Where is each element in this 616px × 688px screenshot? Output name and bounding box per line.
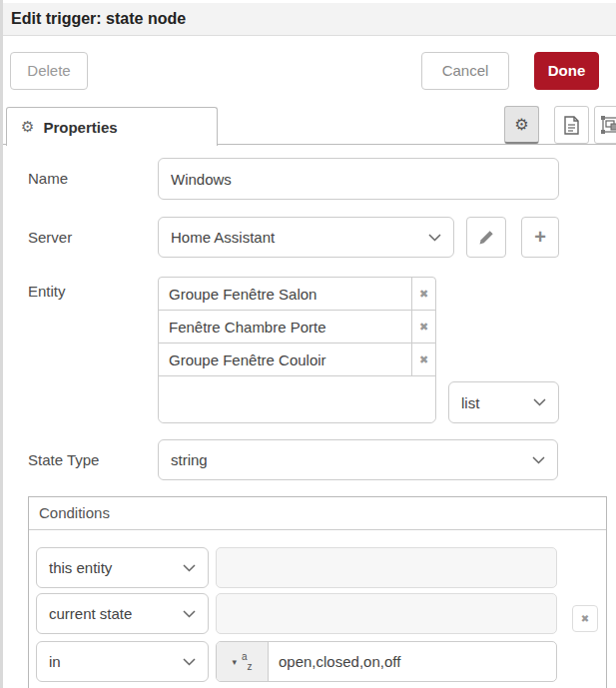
gear-icon: ⚙ — [514, 115, 528, 134]
pencil-icon — [479, 230, 494, 245]
entity-add-input[interactable] — [159, 376, 435, 422]
entity-list: Groupe Fenêtre Salon ✖ Fenêtre Chambre P… — [158, 277, 436, 423]
entity-row: Groupe Fenêtre Salon ✖ — [159, 278, 435, 311]
document-icon — [564, 116, 579, 135]
server-select[interactable]: Home Assistant — [158, 217, 454, 258]
tab-button-appearance[interactable] — [594, 106, 616, 144]
remove-icon: ✖ — [419, 353, 428, 366]
chevron-down-icon — [532, 456, 545, 464]
done-button[interactable]: Done — [534, 52, 599, 90]
condition-property-value: this entity — [49, 559, 112, 576]
conditions-title: Conditions — [29, 497, 606, 530]
plus-icon: + — [534, 226, 546, 249]
chevron-down-icon — [428, 234, 441, 242]
remove-entity-button[interactable]: ✖ — [411, 311, 435, 343]
entity-row: Fenêtre Chambre Porte ✖ — [159, 311, 435, 344]
conditions-panel: Conditions this entity current state ✖ i… — [28, 496, 607, 688]
gear-icon: ⚙ — [21, 118, 34, 136]
edit-server-button[interactable] — [466, 217, 506, 258]
condition-value-input-1 — [216, 547, 557, 588]
remove-entity-button[interactable]: ✖ — [411, 278, 435, 310]
entity-mode-select[interactable]: list — [448, 381, 559, 423]
condition-value-input-3[interactable]: open,closed,on,off — [269, 642, 556, 681]
remove-entity-button[interactable]: ✖ — [411, 344, 435, 375]
server-label: Server — [28, 229, 72, 246]
condition-property-select-2[interactable]: current state — [36, 593, 209, 634]
appearance-icon — [601, 116, 616, 134]
tab-button-properties[interactable]: ⚙ — [504, 106, 539, 144]
condition-typed-input: ▾ az open,closed,on,off — [216, 641, 557, 682]
entity-name: Groupe Fenêtre Salon — [159, 278, 411, 310]
dialog-title: Edit trigger: state node — [3, 3, 616, 36]
remove-icon: ✖ — [419, 288, 428, 301]
tray-left-edge — [0, 0, 3, 688]
condition-property-select-1[interactable]: this entity — [36, 547, 209, 588]
remove-icon: ✖ — [581, 613, 589, 624]
chevron-down-icon — [533, 398, 546, 406]
name-input[interactable] — [158, 158, 559, 200]
entity-mode-value: list — [461, 394, 479, 411]
chevron-down-icon — [183, 564, 196, 572]
delete-button[interactable]: Delete — [10, 52, 88, 90]
state-type-label: State Type — [28, 451, 99, 468]
remove-icon: ✖ — [419, 321, 428, 334]
condition-property-value: current state — [49, 605, 132, 622]
string-type-icon: az — [242, 652, 253, 672]
caret-down-icon: ▾ — [232, 657, 237, 667]
tab-properties[interactable]: ⚙ Properties — [6, 107, 218, 146]
server-select-value: Home Assistant — [171, 229, 275, 246]
tab-button-description[interactable] — [554, 106, 589, 144]
condition-property-select-3[interactable]: in — [36, 641, 209, 682]
name-label: Name — [28, 170, 68, 187]
remove-condition-button[interactable]: ✖ — [572, 605, 598, 632]
condition-value-input-2 — [216, 593, 557, 634]
state-type-select[interactable]: string — [158, 439, 558, 480]
entity-name: Fenêtre Chambre Porte — [159, 311, 411, 343]
cancel-button[interactable]: Cancel — [421, 52, 509, 90]
add-server-button[interactable]: + — [521, 217, 559, 258]
entity-label: Entity — [28, 283, 66, 300]
chevron-down-icon — [183, 658, 196, 666]
typed-input-type-button[interactable]: ▾ az — [217, 642, 269, 681]
entity-name: Groupe Fenêtre Couloir — [159, 344, 411, 375]
tab-properties-label: Properties — [43, 119, 117, 136]
chevron-down-icon — [183, 610, 196, 618]
condition-property-value: in — [49, 653, 61, 670]
entity-row: Groupe Fenêtre Couloir ✖ — [159, 344, 435, 376]
state-type-value: string — [171, 451, 208, 468]
